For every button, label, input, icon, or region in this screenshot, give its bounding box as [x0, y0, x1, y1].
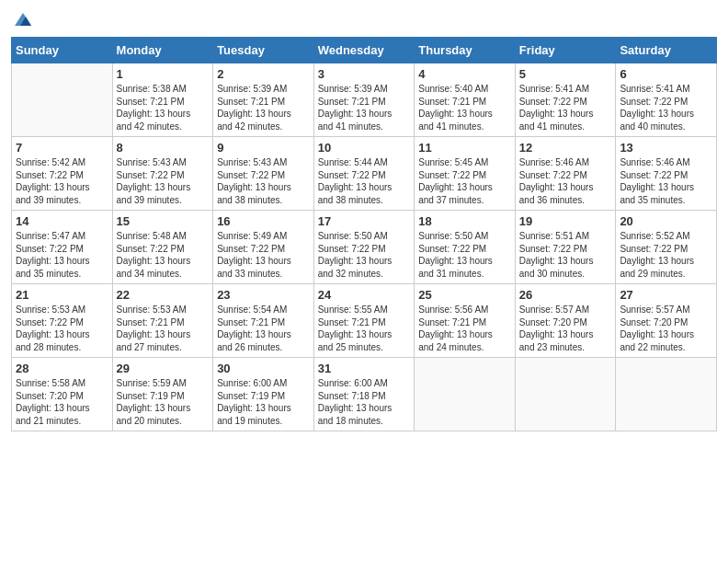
calendar-cell: 5Sunrise: 5:41 AMSunset: 7:22 PMDaylight…: [515, 63, 616, 137]
day-info: Sunrise: 5:55 AMSunset: 7:21 PMDaylight:…: [318, 304, 411, 353]
calendar-cell: 20Sunrise: 5:52 AMSunset: 7:22 PMDayligh…: [616, 211, 717, 284]
calendar-cell: [12, 63, 113, 137]
calendar-cell: 25Sunrise: 5:56 AMSunset: 7:21 PMDayligh…: [415, 284, 516, 358]
logo-icon: [13, 9, 33, 29]
day-number: 11: [418, 141, 511, 155]
calendar-cell: 26Sunrise: 5:57 AMSunset: 7:20 PMDayligh…: [515, 284, 616, 358]
day-number: 13: [620, 141, 712, 155]
calendar-cell: 8Sunrise: 5:43 AMSunset: 7:22 PMDaylight…: [112, 137, 213, 211]
calendar-cell: 7Sunrise: 5:42 AMSunset: 7:22 PMDaylight…: [12, 137, 113, 211]
weekday-header-saturday: Saturday: [616, 38, 717, 63]
weekday-header-friday: Friday: [515, 38, 616, 63]
day-info: Sunrise: 5:39 AMSunset: 7:21 PMDaylight:…: [217, 83, 310, 132]
calendar-cell: 15Sunrise: 5:48 AMSunset: 7:22 PMDayligh…: [112, 211, 213, 284]
weekday-header-row: SundayMondayTuesdayWednesdayThursdayFrid…: [12, 38, 717, 63]
calendar-cell: 12Sunrise: 5:46 AMSunset: 7:22 PMDayligh…: [515, 137, 616, 211]
day-number: 12: [519, 141, 612, 155]
calendar-cell: 23Sunrise: 5:54 AMSunset: 7:21 PMDayligh…: [213, 284, 314, 358]
calendar-cell: 22Sunrise: 5:53 AMSunset: 7:21 PMDayligh…: [112, 284, 213, 358]
calendar-cell: 9Sunrise: 5:43 AMSunset: 7:22 PMDaylight…: [213, 137, 314, 211]
day-number: 10: [318, 141, 411, 155]
day-number: 9: [217, 141, 310, 155]
day-number: 22: [117, 288, 210, 302]
day-info: Sunrise: 5:53 AMSunset: 7:22 PMDaylight:…: [16, 304, 108, 353]
day-number: 4: [418, 67, 511, 81]
calendar-week-2: 7Sunrise: 5:42 AMSunset: 7:22 PMDaylight…: [12, 137, 717, 211]
calendar-cell: 4Sunrise: 5:40 AMSunset: 7:21 PMDaylight…: [415, 63, 516, 137]
calendar-cell: 19Sunrise: 5:51 AMSunset: 7:22 PMDayligh…: [515, 211, 616, 284]
day-number: 29: [117, 362, 210, 375]
day-info: Sunrise: 5:51 AMSunset: 7:22 PMDaylight:…: [519, 230, 612, 280]
day-number: 17: [318, 214, 411, 228]
day-info: Sunrise: 5:48 AMSunset: 7:22 PMDaylight:…: [117, 230, 210, 280]
day-number: 19: [519, 214, 612, 228]
calendar-cell: 3Sunrise: 5:39 AMSunset: 7:21 PMDaylight…: [313, 63, 415, 137]
day-number: 15: [117, 214, 210, 228]
day-number: 6: [620, 67, 712, 81]
day-number: 2: [217, 67, 310, 81]
day-info: Sunrise: 5:53 AMSunset: 7:21 PMDaylight:…: [117, 304, 210, 353]
day-number: 18: [418, 214, 511, 228]
day-info: Sunrise: 5:54 AMSunset: 7:21 PMDaylight:…: [217, 304, 310, 353]
day-info: Sunrise: 5:41 AMSunset: 7:22 PMDaylight:…: [519, 83, 612, 132]
day-info: Sunrise: 5:44 AMSunset: 7:22 PMDaylight:…: [318, 156, 411, 206]
calendar-cell: 17Sunrise: 5:50 AMSunset: 7:22 PMDayligh…: [313, 211, 415, 284]
calendar-cell: 6Sunrise: 5:41 AMSunset: 7:22 PMDaylight…: [616, 63, 717, 137]
calendar-cell: 30Sunrise: 6:00 AMSunset: 7:19 PMDayligh…: [213, 358, 314, 431]
day-number: 5: [519, 67, 612, 81]
calendar-cell: [515, 358, 616, 431]
calendar-cell: 29Sunrise: 5:59 AMSunset: 7:19 PMDayligh…: [112, 358, 213, 431]
day-number: 31: [318, 362, 411, 375]
day-number: 14: [16, 214, 108, 228]
day-info: Sunrise: 5:42 AMSunset: 7:22 PMDaylight:…: [16, 156, 108, 206]
calendar-week-5: 28Sunrise: 5:58 AMSunset: 7:20 PMDayligh…: [12, 358, 717, 431]
calendar-week-1: 1Sunrise: 5:38 AMSunset: 7:21 PMDaylight…: [12, 63, 717, 137]
day-number: 21: [16, 288, 108, 302]
calendar-week-3: 14Sunrise: 5:47 AMSunset: 7:22 PMDayligh…: [12, 211, 717, 284]
day-number: 1: [117, 67, 210, 81]
day-info: Sunrise: 5:43 AMSunset: 7:22 PMDaylight:…: [117, 156, 210, 206]
calendar-cell: [616, 358, 717, 431]
calendar-cell: 27Sunrise: 5:57 AMSunset: 7:20 PMDayligh…: [616, 284, 717, 358]
logo: [11, 9, 33, 29]
calendar-cell: 2Sunrise: 5:39 AMSunset: 7:21 PMDaylight…: [213, 63, 314, 137]
day-number: 24: [318, 288, 411, 302]
weekday-header-sunday: Sunday: [12, 38, 113, 63]
day-info: Sunrise: 5:50 AMSunset: 7:22 PMDaylight:…: [318, 230, 411, 280]
header: [11, 9, 717, 29]
day-number: 27: [620, 288, 712, 302]
calendar-cell: 16Sunrise: 5:49 AMSunset: 7:22 PMDayligh…: [213, 211, 314, 284]
day-number: 26: [519, 288, 612, 302]
day-number: 8: [117, 141, 210, 155]
day-info: Sunrise: 5:47 AMSunset: 7:22 PMDaylight:…: [16, 230, 108, 280]
day-info: Sunrise: 6:00 AMSunset: 7:19 PMDaylight:…: [217, 377, 310, 427]
day-number: 25: [418, 288, 511, 302]
day-number: 23: [217, 288, 310, 302]
calendar-cell: 28Sunrise: 5:58 AMSunset: 7:20 PMDayligh…: [12, 358, 113, 431]
calendar-cell: 11Sunrise: 5:45 AMSunset: 7:22 PMDayligh…: [415, 137, 516, 211]
day-info: Sunrise: 5:46 AMSunset: 7:22 PMDaylight:…: [519, 156, 612, 206]
day-info: Sunrise: 6:00 AMSunset: 7:18 PMDaylight:…: [318, 377, 411, 427]
day-number: 3: [318, 67, 411, 81]
day-info: Sunrise: 5:40 AMSunset: 7:21 PMDaylight:…: [418, 83, 511, 132]
weekday-header-tuesday: Tuesday: [213, 38, 314, 63]
weekday-header-wednesday: Wednesday: [313, 38, 415, 63]
calendar-cell: 18Sunrise: 5:50 AMSunset: 7:22 PMDayligh…: [415, 211, 516, 284]
day-info: Sunrise: 5:43 AMSunset: 7:22 PMDaylight:…: [217, 156, 310, 206]
calendar-cell: 21Sunrise: 5:53 AMSunset: 7:22 PMDayligh…: [12, 284, 113, 358]
calendar-cell: [415, 358, 516, 431]
day-number: 16: [217, 214, 310, 228]
day-info: Sunrise: 5:38 AMSunset: 7:21 PMDaylight:…: [117, 83, 210, 132]
day-info: Sunrise: 5:49 AMSunset: 7:22 PMDaylight:…: [217, 230, 310, 280]
calendar-cell: 1Sunrise: 5:38 AMSunset: 7:21 PMDaylight…: [112, 63, 213, 137]
day-info: Sunrise: 5:57 AMSunset: 7:20 PMDaylight:…: [519, 304, 612, 353]
calendar-table: SundayMondayTuesdayWednesdayThursdayFrid…: [11, 37, 717, 431]
page-container: SundayMondayTuesdayWednesdayThursdayFrid…: [0, 0, 728, 439]
day-number: 30: [217, 362, 310, 375]
weekday-header-thursday: Thursday: [415, 38, 516, 63]
calendar-cell: 24Sunrise: 5:55 AMSunset: 7:21 PMDayligh…: [313, 284, 415, 358]
day-info: Sunrise: 5:50 AMSunset: 7:22 PMDaylight:…: [418, 230, 511, 280]
day-info: Sunrise: 5:56 AMSunset: 7:21 PMDaylight:…: [418, 304, 511, 353]
day-info: Sunrise: 5:57 AMSunset: 7:20 PMDaylight:…: [620, 304, 712, 353]
day-info: Sunrise: 5:41 AMSunset: 7:22 PMDaylight:…: [620, 83, 712, 132]
